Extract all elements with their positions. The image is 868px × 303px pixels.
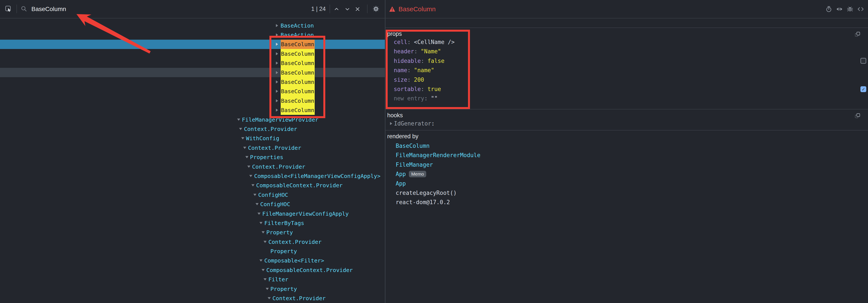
indent xyxy=(0,284,266,294)
rendered-by-name: FileManagerRendererModule xyxy=(396,152,480,158)
chevron-down-icon[interactable] xyxy=(261,228,267,237)
tree-row[interactable]: BaseColumn xyxy=(0,105,385,115)
chevron-up-icon[interactable] xyxy=(334,6,340,13)
view-source-icon[interactable] xyxy=(857,6,864,12)
tree-row[interactable]: Property xyxy=(0,284,385,294)
rendered-by-name: BaseColumn xyxy=(396,143,430,149)
divider xyxy=(0,18,868,19)
rendered-by-item[interactable]: BaseColumn xyxy=(385,141,868,150)
hook-row[interactable]: IdGenerator: xyxy=(385,119,868,128)
tree-row[interactable]: BaseColumn xyxy=(0,77,385,87)
tree-row[interactable]: ConfigHOC xyxy=(0,190,385,200)
checkbox-unchecked[interactable] xyxy=(861,58,866,64)
inspect-element-icon[interactable] xyxy=(5,5,12,12)
tree-row[interactable]: Composable<Filter> xyxy=(0,256,385,265)
tree-row[interactable]: Composable<FileManagerViewConfigApply> xyxy=(0,171,385,181)
chevron-right-icon[interactable] xyxy=(390,122,394,125)
chevron-down-icon[interactable] xyxy=(251,181,256,190)
component-name: Context.Provider xyxy=(268,237,321,246)
chevron-down-icon[interactable] xyxy=(239,124,244,133)
tree-row[interactable]: Properties xyxy=(0,152,385,162)
close-icon[interactable] xyxy=(354,6,362,13)
tree-row[interactable]: Property xyxy=(0,246,385,256)
tree-row[interactable]: Context.Provider xyxy=(0,294,385,303)
tree-row[interactable]: ComposableContext.Provider xyxy=(0,265,385,275)
tree-row[interactable]: Filter xyxy=(0,275,385,284)
indent xyxy=(0,256,259,265)
tree-row[interactable]: BaseColumn xyxy=(0,87,385,96)
component-name: Context.Provider xyxy=(252,162,305,171)
chevron-down-icon[interactable] xyxy=(257,209,262,218)
tree-row[interactable]: FileManagerViewProvider xyxy=(0,115,385,124)
chevron-down-icon[interactable] xyxy=(243,143,248,152)
tree-row[interactable]: BaseColumn xyxy=(0,68,385,77)
tree-row[interactable]: BaseColumn xyxy=(0,59,385,68)
tree-row[interactable]: Property xyxy=(0,228,385,237)
chevron-down-icon[interactable] xyxy=(249,171,254,181)
chevron-down-icon[interactable] xyxy=(264,275,268,284)
component-name: Property xyxy=(267,228,293,237)
tree-row[interactable]: FilterByTags xyxy=(0,218,385,228)
chevron-down-icon[interactable] xyxy=(268,294,273,303)
search-input[interactable]: BaseColumn xyxy=(31,0,66,18)
indent xyxy=(0,96,276,105)
tree-row[interactable]: Context.Provider xyxy=(0,237,385,246)
no-arrow xyxy=(266,246,271,256)
chevron-down-icon[interactable] xyxy=(261,265,267,275)
tree-row[interactable]: BaseColumn xyxy=(0,49,385,58)
indent xyxy=(0,181,251,190)
warning-icon xyxy=(389,6,396,12)
tree-row[interactable]: ConfigHOC xyxy=(0,200,385,209)
checkbox-checked[interactable] xyxy=(861,86,866,92)
eye-icon[interactable] xyxy=(836,6,843,12)
copy-icon[interactable] xyxy=(855,113,861,119)
indent xyxy=(0,124,239,133)
chevron-down-icon[interactable] xyxy=(264,237,268,246)
rendered-by-item[interactable]: FileManagerRendererModule xyxy=(385,151,868,160)
tree-row[interactable]: WithConfig xyxy=(0,134,385,143)
tree-row[interactable]: Context.Provider xyxy=(0,124,385,133)
gear-icon[interactable] xyxy=(372,5,379,12)
chevron-down-icon[interactable] xyxy=(255,200,260,209)
chevron-down-icon[interactable] xyxy=(253,190,258,200)
chevron-right-icon[interactable] xyxy=(276,21,281,30)
panel-divider[interactable] xyxy=(385,0,385,303)
copy-icon[interactable] xyxy=(855,31,861,37)
rendered-by-item: createLegacyRoot() xyxy=(385,188,868,198)
chevron-down-icon[interactable] xyxy=(237,115,242,124)
tree-row[interactable]: BaseColumn xyxy=(0,96,385,105)
hooks-section: hooks IdGenerator: xyxy=(385,109,868,130)
chevron-down-icon[interactable] xyxy=(259,256,264,265)
tree-row[interactable]: Context.Provider xyxy=(0,162,385,171)
colon: : xyxy=(431,120,435,127)
component-name: ComposableContext.Provider xyxy=(256,181,343,190)
chevron-down-icon[interactable] xyxy=(259,218,264,228)
tree-row[interactable]: ComposableContext.Provider xyxy=(0,181,385,190)
rendered-by-item[interactable]: App xyxy=(385,179,868,188)
stopwatch-icon[interactable] xyxy=(825,6,832,12)
component-name: BaseAction xyxy=(281,21,314,30)
indent xyxy=(0,190,253,200)
indent xyxy=(0,246,266,256)
indent xyxy=(0,275,264,284)
chevron-down-icon[interactable] xyxy=(344,6,351,13)
chevron-down-icon[interactable] xyxy=(241,134,246,143)
chevron-down-icon[interactable] xyxy=(247,162,252,171)
tree-row[interactable]: BaseAction xyxy=(0,21,385,30)
chevron-down-icon[interactable] xyxy=(266,284,271,294)
rendered-by-item[interactable]: FileManager xyxy=(385,160,868,169)
component-name: Properties xyxy=(250,152,283,162)
bug-icon[interactable] xyxy=(846,6,854,12)
indent xyxy=(0,30,276,39)
tree-row[interactable]: FileManagerViewConfigApply xyxy=(0,209,385,218)
indent xyxy=(0,200,255,209)
indent xyxy=(0,162,247,171)
tree-row[interactable]: Context.Provider xyxy=(0,143,385,152)
search-result-count: 1 | 24 xyxy=(311,0,326,18)
tree-row[interactable]: BaseAction xyxy=(0,30,385,39)
components-search-bar: BaseColumn 1 | 24 xyxy=(0,0,385,18)
tree-row[interactable]: BaseColumn xyxy=(0,40,385,49)
annotation-box-props xyxy=(386,30,470,109)
rendered-by-item[interactable]: AppMemo xyxy=(385,170,868,179)
chevron-down-icon[interactable] xyxy=(245,152,250,162)
